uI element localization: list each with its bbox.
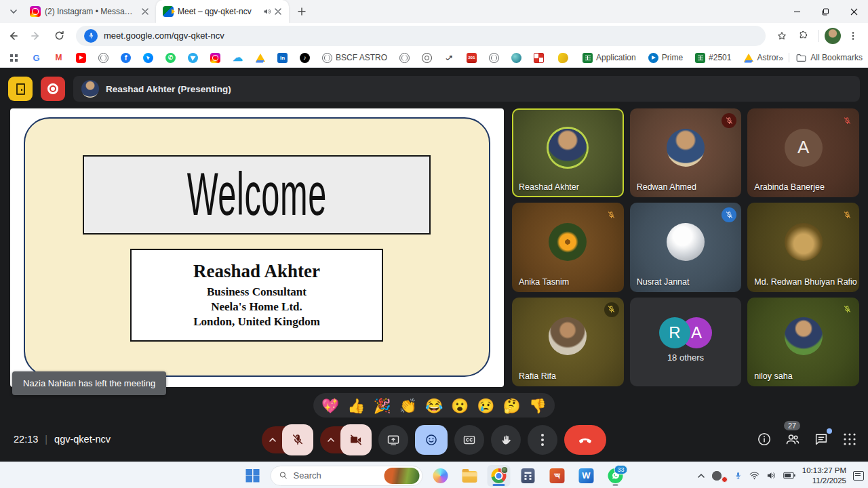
door-extension-button[interactable] <box>8 77 33 101</box>
start-button[interactable] <box>241 465 264 487</box>
reaction-emoji[interactable]: 😮 <box>451 399 469 413</box>
meeting-details-button[interactable] <box>754 429 774 449</box>
participant-tile[interactable]: RA18 others <box>630 298 742 386</box>
bookmark-item[interactable]: #2501 <box>692 50 734 65</box>
reaction-emoji[interactable]: 🎉 <box>373 399 391 413</box>
mic-off-button[interactable] <box>282 424 313 455</box>
tab-audio-icon[interactable] <box>263 7 271 16</box>
more-options-button[interactable] <box>528 425 557 455</box>
present-screen-button[interactable] <box>378 425 408 455</box>
wifi-icon[interactable] <box>749 471 760 480</box>
forward-button[interactable] <box>26 26 46 46</box>
participant-tile[interactable]: AArabinda Banerjee <box>747 108 859 197</box>
reaction-emoji[interactable]: 👏 <box>399 399 417 413</box>
bookmark-item[interactable]: f <box>117 50 134 65</box>
bookmark-item[interactable]: Astronomy Camp 2... <box>740 50 778 65</box>
tray-expand-icon[interactable] <box>697 472 705 480</box>
maximize-button[interactable] <box>811 0 840 23</box>
bookmark-item[interactable] <box>252 50 269 65</box>
bookmark-item[interactable] <box>396 50 413 65</box>
bookmark-item[interactable] <box>508 50 525 65</box>
participant-tile[interactable]: Rafia Rifa <box>512 298 624 386</box>
battery-icon[interactable] <box>783 472 795 479</box>
reaction-emoji[interactable]: 😢 <box>477 399 494 413</box>
tab-meet[interactable]: Meet – qgv-qket-ncv <box>156 0 289 23</box>
tray-app-icons[interactable] <box>712 470 727 482</box>
file-explorer-button[interactable] <box>458 465 481 487</box>
reaction-emoji[interactable]: 😂 <box>425 399 443 413</box>
bookmark-item[interactable] <box>553 50 574 65</box>
notification-center-icon[interactable] <box>853 471 864 481</box>
reaction-emoji[interactable]: 🤔 <box>503 399 521 413</box>
bookmark-item[interactable] <box>73 50 90 65</box>
bookmark-item[interactable]: ♪ <box>296 50 313 65</box>
reaction-emoji[interactable]: 👍 <box>347 399 365 413</box>
participant-tile[interactable]: Anika Tasnim <box>512 203 624 291</box>
bookmark-item[interactable]: ✆ <box>162 50 179 65</box>
all-bookmarks-button[interactable]: All Bookmarks <box>789 53 863 62</box>
whatsapp-icon: ✆ <box>165 53 176 63</box>
volume-icon[interactable] <box>766 471 776 480</box>
drive-icon <box>743 53 753 63</box>
bookmark-item[interactable]: 201 <box>463 50 480 65</box>
address-bar[interactable]: meet.google.com/qgv-qket-ncv <box>76 26 766 46</box>
bookmark-item[interactable]: M <box>50 50 67 65</box>
close-button[interactable] <box>840 0 868 23</box>
participant-tile[interactable]: Nusrat Jannat <box>630 203 742 291</box>
bookmark-item[interactable]: Application <box>579 50 639 65</box>
browser-menu-icon[interactable] <box>844 26 863 45</box>
raise-hand-button[interactable] <box>491 425 521 455</box>
chat-panel-button[interactable] <box>811 429 831 449</box>
taskbar-search[interactable]: Search <box>271 466 423 486</box>
activities-button[interactable] <box>840 429 860 449</box>
chrome-taskbar-button[interactable] <box>488 465 511 487</box>
back-button[interactable] <box>3 26 23 46</box>
bookmark-item[interactable]: in <box>274 50 291 65</box>
participant-tile[interactable]: Reashad Akhter <box>512 108 624 197</box>
reactions-button[interactable] <box>415 425 448 455</box>
new-tab-button[interactable] <box>293 3 311 20</box>
bookmarks-overflow-icon[interactable]: » <box>778 53 782 63</box>
tab-close-icon[interactable] <box>273 6 283 17</box>
bookmark-item[interactable]: G <box>28 50 45 65</box>
bookmark-item[interactable] <box>207 50 224 65</box>
bookmark-item[interactable] <box>418 50 435 65</box>
extensions-icon[interactable] <box>794 26 813 45</box>
calculator-button[interactable] <box>517 465 540 487</box>
word-button[interactable]: W <box>575 465 598 487</box>
copilot-button[interactable] <box>429 465 452 487</box>
bookmark-item[interactable] <box>486 50 502 65</box>
presentation-stage[interactable]: Welcome Reashad Akhter Business Consulta… <box>10 108 504 387</box>
mic-in-use-icon[interactable] <box>84 29 98 43</box>
profile-avatar[interactable] <box>825 28 841 44</box>
bookmark-item[interactable] <box>5 50 22 65</box>
tab-search-icon[interactable] <box>4 2 23 21</box>
taskbar-clock[interactable]: 10:13:27 PM 11/2/2025 <box>802 466 846 485</box>
participant-tile[interactable]: Redwan Ahmed <box>630 108 742 197</box>
avro-keyboard-button[interactable]: অ <box>546 465 569 487</box>
bookmark-item[interactable] <box>229 50 246 65</box>
bookmark-item[interactable] <box>530 50 547 65</box>
people-panel-button[interactable]: 27 <box>783 429 803 449</box>
reaction-emoji[interactable]: 👎 <box>529 399 547 413</box>
end-call-button[interactable] <box>564 425 606 455</box>
reaction-emoji[interactable]: 💖 <box>321 399 339 413</box>
bookmark-item[interactable] <box>95 50 112 65</box>
bookmark-item[interactable] <box>140 50 157 65</box>
bookmark-item[interactable] <box>441 50 458 65</box>
tab-close-icon[interactable] <box>140 6 151 17</box>
tray-mic-icon[interactable] <box>734 471 743 480</box>
minimize-button[interactable] <box>783 0 811 23</box>
participant-tile[interactable]: Md. Redwan Bhuiyan Rafio <box>747 203 859 291</box>
camera-off-button[interactable] <box>340 424 372 455</box>
participant-tile[interactable]: niloy saha <box>747 298 859 386</box>
bookmark-item[interactable]: BSCF ASTRO <box>319 50 391 65</box>
bookmark-item[interactable]: Prime <box>645 50 686 65</box>
record-extension-button[interactable] <box>41 77 65 101</box>
bookmark-star-icon[interactable] <box>772 26 791 45</box>
whatsapp-button[interactable]: 33 <box>604 465 627 487</box>
captions-button[interactable] <box>454 425 484 455</box>
reload-button[interactable] <box>49 26 69 46</box>
bookmark-item[interactable] <box>184 50 201 65</box>
tab-instagram[interactable]: (2) Instagram • Messages <box>23 0 156 23</box>
